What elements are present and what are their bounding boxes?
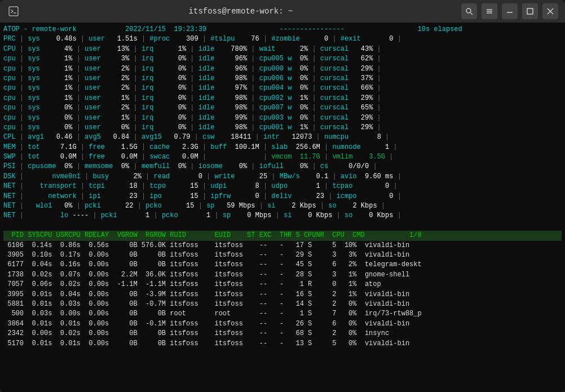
- net-network-line: NET | network | ipi 23 | ipo 15 | ipfrw …: [3, 192, 562, 201]
- close-button[interactable]: [542, 3, 558, 19]
- terminal-window: itsfoss@remote-work: ~: [0, 0, 565, 392]
- cpu5-line: cpu | sys 0% | user 2% | irq 0% | idle 9…: [3, 103, 562, 113]
- terminal-icon: [7, 5, 20, 18]
- cpu1-line: cpu | sys 1% | user 2% | irq 0% | idle 9…: [3, 64, 562, 74]
- mem-line: MEM | tot 7.1G | free 1.5G | cache 2.3G …: [3, 143, 562, 152]
- menu-button[interactable]: [482, 3, 497, 19]
- net-wlo1-line: NET | wlo1 0% | pcki 22 | pcko 15 | sp 5…: [3, 201, 562, 211]
- atop-header-line: ATOP - remote-work 2022/11/15 19:23:39 -…: [3, 25, 562, 34]
- titlebar-left: [7, 5, 20, 18]
- cpu6-line: cpu | sys 0% | user 1% | irq 0% | idle 9…: [3, 113, 562, 123]
- svg-line-3: [471, 13, 473, 15]
- process-row-6106: 6106 0.14s 0.86s 0.56s 0B 576.0K itsfoss…: [3, 241, 562, 250]
- cpu4-line: cpu | sys 1% | user 1% | irq 0% | idle 9…: [3, 94, 562, 103]
- window-title: itsfoss@remote-work: ~: [20, 7, 461, 16]
- swp-line: SWP | tot 0.0M | free 0.0M | swcac 0.0M …: [3, 152, 562, 162]
- cpu3-line: cpu | sys 1% | user 2% | irq 0% | idle 9…: [3, 83, 562, 93]
- minimize-button[interactable]: [502, 3, 518, 19]
- process-row-3995: 3995 0.01s 0.04s 0.00s 0B -3.9M itsfoss …: [3, 290, 562, 299]
- prc-line: PRC | sys 0.48s | user 1.51s | #proc 309…: [3, 34, 562, 44]
- process-row-7057: 7057 0.06s 0.02s 0.00s -1.1M -1.1M itsfo…: [3, 280, 562, 289]
- process-row-2342: 2342 0.00s 0.02s 0.00s 0B 0B itsfoss its…: [3, 329, 562, 338]
- psi-line: PSI | cpusome 0% | memsome 0% | memfull …: [3, 162, 562, 171]
- svg-rect-8: [527, 8, 533, 14]
- process-row-1738: 1738 0.02s 0.07s 0.00s 2.2M 36.0K itsfos…: [3, 270, 562, 280]
- cpu0-line: cpu | sys 1% | user 3% | irq 0% | idle 9…: [3, 54, 562, 64]
- dsk-line: DSK | nvme0n1 | busy 2% | read 0 | write…: [3, 172, 562, 182]
- titlebar: itsfoss@remote-work: ~: [0, 0, 565, 23]
- process-row-3905: 3905 0.10s 0.17s 0.00s 0B 0B itsfoss its…: [3, 250, 562, 260]
- search-button[interactable]: [461, 3, 477, 19]
- cpu2-line: cpu | sys 1% | user 2% | irq 0% | idle 9…: [3, 74, 562, 83]
- net-lo-line: NET | lo ---- | pcki 1 | pcko 1 | sp 0 M…: [3, 211, 562, 221]
- cpu7-line: cpu | sys 0% | user 0% | irq 0% | idle 9…: [3, 123, 562, 133]
- window-controls: [461, 3, 558, 19]
- process-header-line: PID SYSCPU USRCPU RDELAY VGROW RGROW RUI…: [3, 231, 562, 240]
- process-row-500: 500 0.03s 0.00s 0.00s 0B 0B root root --…: [3, 309, 562, 319]
- maximize-button[interactable]: [522, 3, 538, 19]
- process-row-6177: 6177 0.04s 0.16s 0.00s 0B 0B itsfoss its…: [3, 260, 562, 270]
- separator-line: [3, 221, 562, 231]
- svg-point-2: [466, 8, 471, 13]
- process-row-3864: 3864 0.01s 0.01s 0.00s 0B -0.1M itsfoss …: [3, 319, 562, 329]
- process-row-5170: 5170 0.01s 0.01s 0.00s 0B 0B itsfoss its…: [3, 339, 562, 349]
- terminal-content[interactable]: ATOP - remote-work 2022/11/15 19:23:39 -…: [0, 23, 565, 392]
- process-row-5881: 5881 0.01s 0.03s 0.00s 0B -0.7M itsfoss …: [3, 299, 562, 309]
- cpu-total-line: CPU | sys 4% | user 13% | irq 1% | idle …: [3, 45, 562, 54]
- net-transport-line: NET | transport | tcpi 18 | tcpo 15 | ud…: [3, 182, 562, 191]
- cpl-line: CPL | avg1 0.46 | avg5 0.84 | avg15 0.79…: [3, 133, 562, 142]
